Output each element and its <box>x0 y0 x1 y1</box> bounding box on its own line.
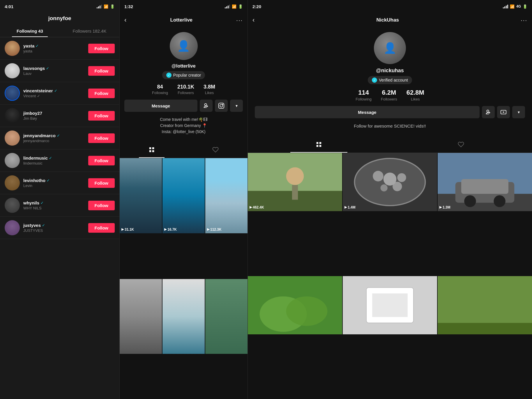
follow-handle: Levin <box>23 183 88 188</box>
follow-button[interactable]: Follow <box>88 133 115 143</box>
follow-list: yasta ✓ yasta Follow lauvsongs ✓ Lauv Fo… <box>0 37 119 399</box>
avatar <box>5 130 20 146</box>
nickuhas-profile-body: 👤 @nickuhas ✓ Verified account 114 Follo… <box>248 27 532 138</box>
svg-point-3 <box>222 104 223 105</box>
follow-info: lindermusic ✓ lindermusic <box>23 156 88 165</box>
status-time-2: 1:32 <box>124 4 133 9</box>
svg-rect-37 <box>372 294 408 317</box>
play-icon: ▶ <box>250 205 252 209</box>
svg-rect-14 <box>319 145 321 146</box>
play-icon: ▶ <box>164 227 167 231</box>
more-button-2[interactable]: ··· <box>236 17 243 24</box>
svg-rect-40 <box>438 323 532 334</box>
tabs-bar: Following 43 Followers 182.4K <box>0 25 119 37</box>
tab-following[interactable]: Following 43 <box>0 25 60 37</box>
tab-grid-2[interactable] <box>120 143 184 158</box>
follow-name: jimboy27 <box>23 111 42 116</box>
stat-following-3: 114 Following <box>356 89 372 101</box>
follow-info: vincentsteiner ✓ Vincent ✓ <box>23 88 88 98</box>
dropdown-button-3[interactable]: ▾ <box>512 106 525 118</box>
video-thumb[interactable] <box>162 279 205 354</box>
video-thumb[interactable]: ▶ 112.3K <box>205 158 248 233</box>
svg-point-30 <box>464 195 476 207</box>
follow-name: whynils <box>23 200 39 205</box>
verified-account-badge: ✓ Verified account <box>368 76 412 84</box>
badge-check-icon: ✓ <box>166 73 172 78</box>
follow-handle: yasta <box>23 49 88 53</box>
follow-toggle-button-3[interactable] <box>482 106 495 118</box>
follow-button[interactable]: Follow <box>88 201 115 210</box>
verified-icon: ✓ <box>49 156 52 160</box>
status-bar-3: 2:20 📶 4G 🔋 <box>248 0 532 13</box>
follow-button[interactable]: Follow <box>88 44 115 53</box>
more-button-3[interactable]: ··· <box>521 17 527 24</box>
profile-bio-3: Follow for awesome SCIENCE! vids!! <box>354 123 426 130</box>
instagram-button[interactable] <box>215 100 228 112</box>
follow-name: lauvsongs <box>23 66 45 71</box>
list-item: jennyandmarco ✓ jennyandmarco Follow <box>0 127 119 149</box>
follow-button[interactable]: Follow <box>88 111 115 121</box>
list-item: jimboy27 Jim Bøy Follow <box>0 105 119 127</box>
video-thumb[interactable] <box>120 279 162 354</box>
avatar <box>5 41 20 56</box>
tab-liked-2[interactable] <box>184 143 248 158</box>
video-grid-3: ▶ 462.4K ▶ 1.4M <box>248 153 532 399</box>
message-button-2[interactable]: Message <box>124 100 197 112</box>
follow-toggle-button-2[interactable] <box>200 100 213 112</box>
back-button-3[interactable]: ‹ <box>252 16 254 24</box>
svg-rect-13 <box>317 145 318 146</box>
svg-point-24 <box>381 184 388 191</box>
follow-button[interactable]: Follow <box>88 156 115 165</box>
tab-liked-3[interactable] <box>390 138 532 153</box>
svg-point-23 <box>397 173 406 182</box>
stat-number: 6.2M <box>381 89 397 96</box>
signal-icon-3 <box>503 4 508 8</box>
avatar <box>5 108 20 123</box>
follow-button[interactable]: Follow <box>88 178 115 188</box>
youtube-button[interactable] <box>497 106 510 118</box>
stat-label: Followers <box>177 91 194 95</box>
verified-icon: ✓ <box>54 89 57 93</box>
popular-creator-badge: ✓ Popular creator <box>162 71 205 79</box>
follow-button[interactable]: Follow <box>88 223 115 233</box>
video-thumb[interactable] <box>205 279 248 354</box>
follow-info: levinhotho ✓ Levin <box>23 178 88 188</box>
stat-followers-2: 210.1K Followers <box>177 84 194 95</box>
follow-button[interactable]: Follow <box>88 89 115 98</box>
video-thumb[interactable] <box>248 276 342 334</box>
follow-button[interactable]: Follow <box>88 66 115 76</box>
stat-label: Followers <box>381 97 397 101</box>
stats-row-3: 114 Following 6.2M Followers 62.8M Likes <box>255 89 525 101</box>
video-count: ▶ 1.4M <box>344 205 356 209</box>
video-thumb[interactable]: ▶ 31.1K <box>120 158 162 233</box>
video-thumb[interactable]: ▶ 462.4K <box>248 153 342 211</box>
video-thumb[interactable] <box>438 276 532 334</box>
badge-check-icon-3: ✓ <box>372 77 377 83</box>
stat-likes-3: 62.8M Likes <box>406 89 424 101</box>
tab-grid-3[interactable] <box>248 138 390 153</box>
signal-icon-1 <box>97 4 102 8</box>
avatar <box>5 220 20 235</box>
stat-likes-2: 3.8M Likes <box>204 84 215 95</box>
back-button-2[interactable]: ‹ <box>124 16 126 24</box>
video-thumb[interactable]: ▶ 1.4M <box>343 153 437 211</box>
video-thumb[interactable]: ▶ 1.3M <box>438 153 532 211</box>
video-thumb[interactable] <box>343 276 437 334</box>
follow-name: levinhotho <box>23 178 45 183</box>
tab-followers[interactable]: Followers 182.4K <box>60 25 119 37</box>
svg-rect-29 <box>461 179 508 194</box>
stats-row-2: 84 Following 210.1K Followers 3.8M Likes <box>124 84 243 95</box>
follow-handle: jennyandmarco <box>23 139 88 143</box>
message-button-3[interactable]: Message <box>255 106 480 118</box>
follow-handle: lindermusic <box>23 161 88 165</box>
stat-followers-3: 6.2M Followers <box>381 89 397 101</box>
avatar <box>5 86 20 101</box>
list-item: vincentsteiner ✓ Vincent ✓ Follow <box>0 82 119 105</box>
svg-point-21 <box>373 171 383 181</box>
profile-nav-2: ‹ Lotterlive ··· <box>120 13 248 27</box>
svg-rect-1 <box>219 103 224 108</box>
svg-rect-5 <box>152 147 154 149</box>
dropdown-button-2[interactable]: ▾ <box>230 100 243 112</box>
svg-rect-7 <box>152 150 154 152</box>
video-thumb[interactable]: ▶ 16.7K <box>162 158 205 233</box>
